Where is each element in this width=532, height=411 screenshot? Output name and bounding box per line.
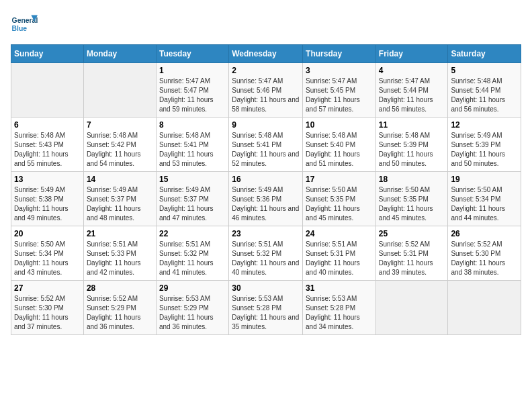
day-number: 9 <box>232 120 300 130</box>
day-number: 16 <box>232 175 300 184</box>
day-number: 30 <box>232 283 300 293</box>
calendar-cell: 2Sunrise: 5:47 AMSunset: 5:46 PMDaylight… <box>229 63 303 118</box>
logo: General Blue <box>11 11 40 38</box>
day-number: 8 <box>159 120 226 130</box>
day-detail: Sunrise: 5:50 AMSunset: 5:35 PMDaylight:… <box>379 185 445 223</box>
day-detail: Sunrise: 5:49 AMSunset: 5:37 PMDaylight:… <box>159 185 226 223</box>
day-detail: Sunrise: 5:47 AMSunset: 5:46 PMDaylight:… <box>232 77 300 114</box>
day-detail: Sunrise: 5:49 AMSunset: 5:39 PMDaylight:… <box>451 131 518 169</box>
calendar-cell: 29Sunrise: 5:53 AMSunset: 5:29 PMDayligh… <box>156 281 228 335</box>
calendar-cell: 1Sunrise: 5:47 AMSunset: 5:47 PMDaylight… <box>156 63 228 118</box>
day-number: 22 <box>159 229 226 238</box>
day-detail: Sunrise: 5:52 AMSunset: 5:30 PMDaylight:… <box>451 240 518 277</box>
day-detail: Sunrise: 5:50 AMSunset: 5:34 PMDaylight:… <box>14 240 81 277</box>
day-number: 29 <box>159 283 226 293</box>
calendar-cell: 22Sunrise: 5:51 AMSunset: 5:32 PMDayligh… <box>156 226 228 281</box>
day-number: 25 <box>379 229 445 238</box>
day-number: 19 <box>451 175 518 184</box>
calendar-cell: 24Sunrise: 5:51 AMSunset: 5:31 PMDayligh… <box>303 226 376 281</box>
page-header: General Blue <box>11 11 521 38</box>
day-number: 3 <box>306 66 373 75</box>
calendar-cell: 14Sunrise: 5:49 AMSunset: 5:37 PMDayligh… <box>83 172 156 226</box>
calendar-cell: 20Sunrise: 5:50 AMSunset: 5:34 PMDayligh… <box>11 226 84 281</box>
calendar-cell: 6Sunrise: 5:48 AMSunset: 5:43 PMDaylight… <box>11 118 84 172</box>
day-number: 2 <box>232 66 300 75</box>
day-detail: Sunrise: 5:51 AMSunset: 5:32 PMDaylight:… <box>159 240 226 277</box>
calendar-cell: 17Sunrise: 5:50 AMSunset: 5:35 PMDayligh… <box>303 172 376 226</box>
weekday-header-thursday: Thursday <box>303 45 376 63</box>
day-number: 26 <box>451 229 518 238</box>
day-number: 7 <box>87 120 153 130</box>
day-number: 11 <box>379 120 445 130</box>
day-detail: Sunrise: 5:53 AMSunset: 5:29 PMDaylight:… <box>159 294 226 332</box>
weekday-header-wednesday: Wednesday <box>229 45 303 63</box>
day-detail: Sunrise: 5:52 AMSunset: 5:30 PMDaylight:… <box>14 294 81 332</box>
day-detail: Sunrise: 5:48 AMSunset: 5:40 PMDaylight:… <box>306 131 373 169</box>
day-detail: Sunrise: 5:48 AMSunset: 5:42 PMDaylight:… <box>87 131 153 169</box>
svg-text:Blue: Blue <box>12 25 28 32</box>
day-number: 1 <box>159 66 226 75</box>
calendar-cell: 11Sunrise: 5:48 AMSunset: 5:39 PMDayligh… <box>375 118 448 172</box>
day-detail: Sunrise: 5:52 AMSunset: 5:29 PMDaylight:… <box>87 294 153 332</box>
calendar-cell: 27Sunrise: 5:52 AMSunset: 5:30 PMDayligh… <box>11 281 84 335</box>
day-number: 10 <box>306 120 373 130</box>
day-number: 12 <box>451 120 518 130</box>
calendar-cell: 25Sunrise: 5:52 AMSunset: 5:31 PMDayligh… <box>375 226 448 281</box>
calendar-cell: 8Sunrise: 5:48 AMSunset: 5:41 PMDaylight… <box>156 118 228 172</box>
calendar-cell: 7Sunrise: 5:48 AMSunset: 5:42 PMDaylight… <box>83 118 156 172</box>
calendar-cell: 26Sunrise: 5:52 AMSunset: 5:30 PMDayligh… <box>448 226 521 281</box>
day-detail: Sunrise: 5:50 AMSunset: 5:35 PMDaylight:… <box>306 185 373 223</box>
day-number: 6 <box>14 120 81 130</box>
weekday-header-tuesday: Tuesday <box>156 45 228 63</box>
calendar-cell: 3Sunrise: 5:47 AMSunset: 5:45 PMDaylight… <box>303 63 376 118</box>
day-detail: Sunrise: 5:47 AMSunset: 5:44 PMDaylight:… <box>379 77 445 114</box>
calendar-cell: 18Sunrise: 5:50 AMSunset: 5:35 PMDayligh… <box>375 172 448 226</box>
calendar-cell: 31Sunrise: 5:53 AMSunset: 5:28 PMDayligh… <box>303 281 376 335</box>
calendar-cell: 28Sunrise: 5:52 AMSunset: 5:29 PMDayligh… <box>83 281 156 335</box>
day-number: 24 <box>306 229 373 238</box>
day-detail: Sunrise: 5:48 AMSunset: 5:41 PMDaylight:… <box>232 131 300 169</box>
day-number: 4 <box>379 66 445 75</box>
weekday-header-sunday: Sunday <box>11 45 84 63</box>
day-detail: Sunrise: 5:51 AMSunset: 5:32 PMDaylight:… <box>232 240 300 277</box>
calendar-cell: 13Sunrise: 5:49 AMSunset: 5:38 PMDayligh… <box>11 172 84 226</box>
day-detail: Sunrise: 5:48 AMSunset: 5:39 PMDaylight:… <box>379 131 445 169</box>
day-number: 28 <box>87 283 153 293</box>
calendar-table: SundayMondayTuesdayWednesdayThursdayFrid… <box>11 44 521 335</box>
day-detail: Sunrise: 5:53 AMSunset: 5:28 PMDaylight:… <box>232 294 300 332</box>
day-detail: Sunrise: 5:47 AMSunset: 5:47 PMDaylight:… <box>159 77 226 114</box>
day-number: 21 <box>87 229 153 238</box>
weekday-header-friday: Friday <box>375 45 448 63</box>
weekday-header-saturday: Saturday <box>448 45 521 63</box>
day-number: 17 <box>306 175 373 184</box>
day-number: 27 <box>14 283 81 293</box>
calendar-cell: 23Sunrise: 5:51 AMSunset: 5:32 PMDayligh… <box>229 226 303 281</box>
calendar-cell: 5Sunrise: 5:48 AMSunset: 5:44 PMDaylight… <box>448 63 521 118</box>
day-number: 20 <box>14 229 81 238</box>
day-detail: Sunrise: 5:51 AMSunset: 5:31 PMDaylight:… <box>306 240 373 277</box>
day-number: 31 <box>306 283 373 293</box>
calendar-cell: 10Sunrise: 5:48 AMSunset: 5:40 PMDayligh… <box>303 118 376 172</box>
calendar-cell <box>448 281 521 335</box>
calendar-cell <box>11 63 84 118</box>
day-number: 13 <box>14 175 81 184</box>
day-detail: Sunrise: 5:48 AMSunset: 5:41 PMDaylight:… <box>159 131 226 169</box>
day-number: 15 <box>159 175 226 184</box>
day-number: 23 <box>232 229 300 238</box>
day-number: 14 <box>87 175 153 184</box>
day-detail: Sunrise: 5:49 AMSunset: 5:37 PMDaylight:… <box>87 185 153 223</box>
day-detail: Sunrise: 5:48 AMSunset: 5:44 PMDaylight:… <box>451 77 518 114</box>
calendar-cell <box>83 63 156 118</box>
day-detail: Sunrise: 5:49 AMSunset: 5:38 PMDaylight:… <box>14 185 81 223</box>
calendar-cell: 9Sunrise: 5:48 AMSunset: 5:41 PMDaylight… <box>229 118 303 172</box>
day-detail: Sunrise: 5:52 AMSunset: 5:31 PMDaylight:… <box>379 240 445 277</box>
day-detail: Sunrise: 5:48 AMSunset: 5:43 PMDaylight:… <box>14 131 81 169</box>
day-detail: Sunrise: 5:47 AMSunset: 5:45 PMDaylight:… <box>306 77 373 114</box>
calendar-cell: 19Sunrise: 5:50 AMSunset: 5:34 PMDayligh… <box>448 172 521 226</box>
day-detail: Sunrise: 5:50 AMSunset: 5:34 PMDaylight:… <box>451 185 518 223</box>
calendar-cell: 16Sunrise: 5:49 AMSunset: 5:36 PMDayligh… <box>229 172 303 226</box>
calendar-cell: 12Sunrise: 5:49 AMSunset: 5:39 PMDayligh… <box>448 118 521 172</box>
day-number: 5 <box>451 66 518 75</box>
day-detail: Sunrise: 5:51 AMSunset: 5:33 PMDaylight:… <box>87 240 153 277</box>
day-detail: Sunrise: 5:53 AMSunset: 5:28 PMDaylight:… <box>306 294 373 332</box>
